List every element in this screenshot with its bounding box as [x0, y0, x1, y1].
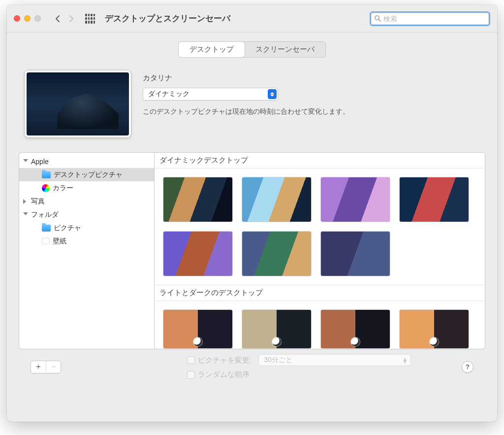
- close-button[interactable]: [14, 15, 20, 22]
- sidebar-item-folders[interactable]: フォルダ: [19, 208, 154, 221]
- wallpaper-thumb[interactable]: [400, 310, 469, 348]
- folder-icon: [42, 225, 51, 232]
- titlebar: デスクトップとスクリーンセーバ: [7, 5, 497, 33]
- lightdark-icon: [430, 337, 439, 346]
- section-header-lightdark: ライトとダークのデスクトップ: [155, 285, 485, 301]
- lightdark-icon: [193, 337, 202, 346]
- wallpaper-preview: [25, 70, 131, 137]
- sidebar-item-photos[interactable]: 写真: [19, 195, 154, 208]
- remove-folder-button: －: [46, 361, 61, 373]
- random-order-label: ランダムな順序: [198, 370, 250, 379]
- wallpaper-name: カタリナ: [143, 73, 485, 83]
- wallpaper-thumb[interactable]: [242, 310, 311, 348]
- wallpaper-thumb[interactable]: [321, 310, 390, 348]
- sidebar-item-apple[interactable]: Apple: [19, 155, 154, 168]
- minimize-button[interactable]: [24, 15, 31, 22]
- chevron-down-icon: [23, 212, 28, 217]
- generic-folder-icon: [42, 238, 50, 244]
- wallpaper-thumb[interactable]: [163, 177, 232, 222]
- sidebar-item-wallpaper-folder[interactable]: 壁紙: [19, 234, 154, 248]
- folder-icon: [42, 171, 51, 178]
- tab-desktop[interactable]: デスクトップ: [179, 42, 245, 57]
- add-remove-control: ＋ －: [31, 361, 61, 373]
- chevron-right-icon: [23, 199, 28, 204]
- footer: ＋ － ピクチャを変更: 30分ごと ▲▼ ランダムな順序: [19, 349, 485, 379]
- lightdark-icon: [351, 337, 360, 346]
- source-sidebar: Apple デスクトップピクチャ カラー 写真 フォルダ: [19, 152, 154, 349]
- wallpaper-description: このデスクトップピクチャは現在地の時刻に合わせて変化します。: [143, 107, 485, 116]
- forward-button: [64, 12, 78, 26]
- chevron-updown-icon: [268, 89, 277, 99]
- sidebar-label-desktop-pictures: デスクトップピクチャ: [54, 170, 123, 179]
- sidebar-item-pictures[interactable]: ピクチャ: [19, 221, 154, 234]
- window-controls: [14, 15, 41, 22]
- chevron-updown-icon: ▲▼: [402, 357, 408, 363]
- tab-screensaver[interactable]: スクリーンセーバ: [245, 42, 325, 57]
- sidebar-label-photos: 写真: [31, 197, 45, 206]
- sidebar-label-apple: Apple: [31, 158, 49, 166]
- search-input[interactable]: [383, 15, 486, 23]
- wallpaper-thumb[interactable]: [321, 177, 390, 222]
- change-interval-select: 30分ごと ▲▼: [258, 354, 411, 366]
- search-icon: [374, 15, 381, 22]
- window-title: デスクトップとスクリーンセーバ: [105, 13, 370, 24]
- show-all-icon[interactable]: [85, 14, 95, 24]
- sidebar-item-colors[interactable]: カラー: [19, 181, 154, 195]
- wallpaper-mode-select[interactable]: ダイナミック: [143, 88, 278, 100]
- svg-line-1: [379, 20, 381, 22]
- wallpaper-thumb[interactable]: [242, 232, 311, 276]
- add-folder-button[interactable]: ＋: [31, 361, 46, 373]
- wallpaper-mode-value: ダイナミック: [148, 90, 189, 99]
- zoom-button: [34, 15, 41, 22]
- tab-segmented-control: デスクトップ スクリーンセーバ: [178, 41, 326, 58]
- sidebar-label-colors: カラー: [53, 184, 73, 193]
- color-wheel-icon: [42, 184, 50, 192]
- search-field[interactable]: [370, 11, 490, 26]
- section-header-dynamic: ダイナミックデスクトップ: [155, 153, 485, 168]
- change-picture-checkbox: [187, 356, 195, 364]
- random-order-checkbox: [187, 371, 195, 379]
- wallpaper-thumb[interactable]: [400, 177, 469, 222]
- sidebar-label-wallpaper-folder: 壁紙: [53, 237, 66, 246]
- wallpaper-grid[interactable]: ダイナミックデスクトップ ライトとダークのデスクトップ: [154, 152, 485, 349]
- wallpaper-thumb[interactable]: [163, 310, 232, 348]
- change-interval-value: 30分ごと: [264, 356, 292, 365]
- change-picture-label: ピクチャを変更:: [198, 356, 252, 365]
- sidebar-label-pictures: ピクチャ: [54, 224, 81, 233]
- wallpaper-thumb[interactable]: [163, 232, 232, 276]
- help-button[interactable]: ?: [462, 361, 473, 373]
- chevron-down-icon: [23, 159, 28, 164]
- lightdark-icon: [272, 337, 281, 346]
- sidebar-item-desktop-pictures[interactable]: デスクトップピクチャ: [19, 168, 154, 181]
- back-button[interactable]: [51, 12, 64, 26]
- wallpaper-thumb[interactable]: [242, 177, 311, 222]
- wallpaper-thumb[interactable]: [321, 232, 390, 276]
- sidebar-label-folders: フォルダ: [31, 210, 59, 219]
- preferences-window: デスクトップとスクリーンセーバ デスクトップ スクリーンセーバ カタリナ ダイナ…: [7, 5, 497, 422]
